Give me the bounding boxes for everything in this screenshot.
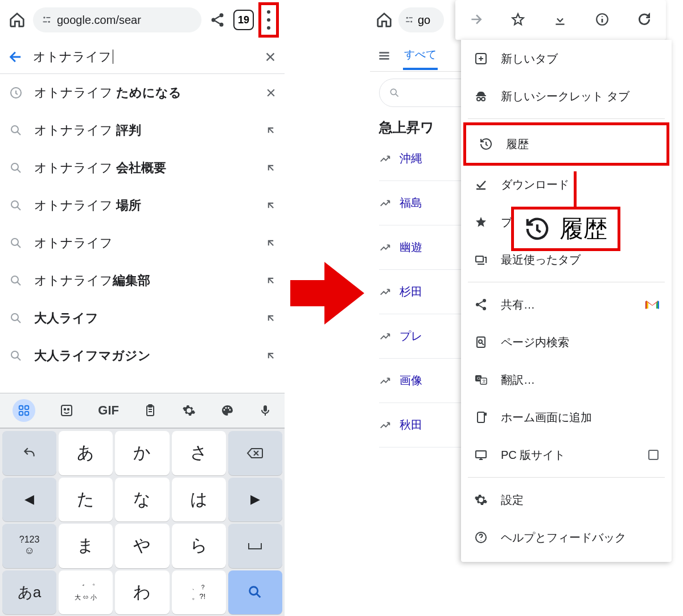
kbd-sticker-icon[interactable] [60, 404, 73, 417]
svg-point-42 [482, 97, 485, 101]
kbd-gif-icon[interactable]: GIF [98, 403, 119, 418]
key-ha[interactable]: は [172, 478, 226, 522]
remove-icon[interactable] [265, 87, 277, 98]
key-undo[interactable] [2, 431, 56, 475]
key-search[interactable] [228, 570, 282, 615]
phone-left: google.com/sear 19 オトナライフ​ オトナライフ ためになるオ… [0, 0, 285, 616]
suggestion-row[interactable]: オトナライフ ためになる [0, 74, 285, 112]
suggestion-row[interactable]: オトナライフ編集部 [0, 262, 285, 299]
search-icon [8, 311, 24, 325]
search-icon [8, 349, 24, 363]
menu-incognito[interactable]: 新しいシークレット タブ [461, 77, 672, 115]
menu-history[interactable]: 履歴 [466, 125, 666, 163]
menu-downloads[interactable]: ダウンロード [461, 166, 672, 203]
kbd-grid-icon[interactable] [13, 399, 35, 422]
site-settings-icon [41, 14, 52, 26]
menu-help[interactable]: ヘルプとフィードバック [461, 519, 672, 556]
key-na[interactable]: な [115, 478, 169, 522]
trend-text: プレ [400, 328, 422, 344]
history-callout: 履歴 [511, 207, 620, 251]
more-menu-icon[interactable] [266, 7, 271, 32]
menu-settings[interactable]: 設定 [461, 481, 672, 519]
tab-count[interactable]: 19 [233, 10, 254, 30]
kbd-mic-icon[interactable] [258, 404, 272, 417]
key-ra[interactable]: ら [172, 524, 226, 568]
menu-add-home[interactable]: ホーム画面に追加 [461, 399, 672, 436]
star-icon[interactable] [511, 12, 526, 28]
key-space[interactable] [228, 524, 282, 568]
kbd-palette-icon[interactable] [220, 404, 234, 417]
key-left[interactable]: ◀ [2, 478, 56, 522]
suggestion-text: 大人ライフマガジン [34, 347, 255, 364]
reload-icon[interactable] [637, 12, 653, 28]
svg-point-16 [11, 314, 18, 321]
hamburger-icon[interactable] [377, 48, 392, 63]
search-icon [8, 199, 24, 212]
menu-find[interactable]: ページ内検索 [461, 323, 672, 361]
key-backspace[interactable] [228, 431, 282, 475]
svg-point-27 [224, 409, 225, 411]
key-sa[interactable]: さ [172, 431, 226, 475]
key-ma[interactable]: ま [59, 524, 113, 568]
trend-text: 福島 [400, 195, 422, 211]
svg-point-4 [220, 13, 224, 17]
svg-rect-40 [476, 95, 486, 96]
menu-desktop[interactable]: PC 版サイト [461, 436, 672, 474]
insert-arrow-icon[interactable] [265, 313, 277, 324]
kbd-settings-icon[interactable] [182, 404, 196, 417]
key-ta[interactable]: た [59, 478, 113, 522]
gear-icon [474, 492, 488, 507]
key-size[interactable]: ゛ ゜大 ⇔ 小 [59, 570, 113, 615]
suggestion-row[interactable]: オトナライフ 評判 [0, 112, 285, 149]
key-right[interactable]: ▶ [228, 478, 282, 522]
insert-arrow-icon[interactable] [265, 125, 277, 136]
clear-icon[interactable] [264, 51, 277, 63]
key-punct[interactable]: 、 ？。?! [172, 570, 226, 615]
svg-point-46 [483, 307, 486, 310]
key-numeric[interactable]: ?123☺ [2, 524, 56, 568]
key-ka[interactable]: か [115, 431, 169, 475]
suggestion-row[interactable]: オトナライフ 場所 [0, 187, 285, 224]
forward-icon[interactable] [468, 12, 484, 28]
home-icon[interactable] [376, 11, 393, 28]
key-a[interactable]: あ [59, 431, 113, 475]
url-bar[interactable]: google.com/sear [33, 7, 201, 32]
kbd-clipboard-icon[interactable] [143, 404, 157, 417]
suggestion-row[interactable]: 大人ライフマガジン [0, 337, 285, 375]
menu-share[interactable]: 共有… [461, 286, 672, 323]
info-icon[interactable] [595, 12, 611, 28]
menu-new-tab[interactable]: 新しいタブ [461, 40, 672, 77]
checkbox-icon[interactable] [648, 449, 659, 461]
svg-rect-54 [649, 450, 658, 459]
insert-arrow-icon[interactable] [265, 162, 277, 174]
back-icon[interactable] [8, 49, 24, 65]
key-ya[interactable]: や [115, 524, 169, 568]
download-icon[interactable] [553, 12, 569, 28]
keyboard-toolbar: GIF [0, 393, 285, 429]
insert-arrow-icon[interactable] [265, 200, 277, 211]
trending-icon [379, 419, 392, 432]
suggestion-row[interactable]: オトナライフ [0, 224, 285, 262]
search-query[interactable]: オトナライフ​ [33, 48, 255, 65]
svg-point-44 [483, 299, 486, 302]
suggestion-row[interactable]: 大人ライフ [0, 299, 285, 337]
insert-arrow-icon[interactable] [265, 350, 277, 362]
suggestion-row[interactable]: オトナライフ 会社概要 [0, 149, 285, 187]
translate-icon: G文 [474, 372, 488, 387]
home-icon[interactable] [6, 9, 28, 31]
share-icon[interactable] [206, 9, 229, 31]
insert-arrow-icon[interactable] [265, 275, 277, 286]
svg-point-47 [479, 340, 482, 343]
svg-point-14 [11, 239, 18, 245]
svg-point-45 [476, 303, 479, 306]
insert-arrow-icon[interactable] [265, 237, 277, 249]
menu-history-highlight: 履歴 [463, 122, 669, 166]
tab-all[interactable]: すべて [403, 42, 438, 70]
menu-translate[interactable]: G文 翻訳… [461, 361, 672, 399]
key-wa[interactable]: わ [115, 570, 169, 615]
site-settings-icon [404, 15, 414, 25]
svg-point-0 [43, 17, 45, 18]
key-mode[interactable]: あa [2, 570, 56, 615]
url-bar[interactable]: go [398, 7, 444, 32]
history-icon [479, 137, 493, 151]
